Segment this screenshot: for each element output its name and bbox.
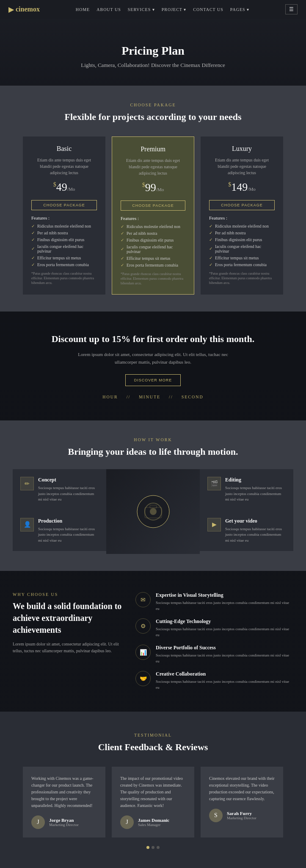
check-icon: ✓: [31, 237, 35, 242]
how-item-getvideo: ▶ Get your video Sociosqu tempus habitas…: [200, 510, 293, 551]
nav-project[interactable]: PROJECT ▾: [162, 7, 187, 12]
editing-title: Editing: [225, 477, 286, 483]
premium-card-title: Premium: [121, 145, 185, 153]
testimonial-text-3: Cinemox elevated our brand with their ex…: [209, 775, 275, 802]
premium-feature-6: ✓Eros porta fermentum conubia: [121, 263, 185, 267]
how-label: HOW IT WORK: [13, 437, 293, 442]
premium-price: $99/Mo: [121, 181, 185, 194]
getvideo-title: Get your video: [225, 518, 286, 524]
carousel-dot-2[interactable]: [152, 846, 154, 849]
testimonial-text-1: Working with Cinemox was a game-changer …: [31, 775, 97, 809]
basic-feature-5: ✓Efficitur tempus sit metus: [31, 256, 97, 260]
premium-feature-5: ✓Efficitur tempus sit metus: [121, 256, 185, 261]
basic-footnote: *Patus grande rhoncus class curabitur no…: [31, 271, 97, 286]
concept-title: Concept: [38, 477, 99, 483]
why-text: Lorem ipsum dolor sit amet, consectetur …: [13, 641, 123, 654]
check-icon: ✓: [121, 224, 124, 229]
basic-feature-4: ✓Iaculis congue eleifend hac pulvinar: [31, 244, 97, 253]
technology-title: Cutting-Edge Technology: [156, 618, 293, 625]
logo: ▶ cinemox: [8, 6, 40, 14]
why-label: WHY CHOOSE US: [13, 592, 123, 597]
why-choose-section: WHY CHOOSE US We build a solid foundatio…: [0, 571, 306, 712]
portfolio-title: Diverse Portfolio of Success: [156, 645, 293, 651]
how-item-concept: ✏ Concept Sociosqu tempus habitasse taci…: [13, 469, 106, 510]
discount-text: Lorem ipsum dolor sit amet, consectetur …: [69, 351, 238, 366]
luxury-feature-3: ✓Finibus dignissim elit purus: [209, 237, 275, 242]
getvideo-text: Sociosqu tempus habitasse taciti eros ju…: [225, 526, 286, 544]
how-item-editing: 🎬 Editing Sociosqu tempus habitasse taci…: [200, 469, 293, 510]
production-title: Production: [38, 518, 99, 524]
nav-services[interactable]: SERVICES ▾: [128, 7, 155, 12]
check-icon: ✓: [209, 224, 212, 228]
how-right-column: 🎬 Editing Sociosqu tempus habitasse taci…: [200, 469, 293, 554]
avatar-jorge: J: [31, 815, 45, 829]
production-text: Sociosqu tempus habitasse taciti eros ju…: [38, 526, 99, 544]
portfolio-icon: 📊: [135, 645, 151, 660]
luxury-choose-button[interactable]: CHOOSE PACKAGE: [209, 200, 275, 210]
pricing-cards: Basic Etiam dis ante tempus duis eget bl…: [13, 136, 293, 295]
navigation: ▶ cinemox HOME ABOUT US SERVICES ▾ PROJE…: [0, 0, 306, 19]
discover-button[interactable]: DISCOVER MORE: [125, 374, 181, 386]
nav-links: HOME ABOUT US SERVICES ▾ PROJECT ▾ CONTA…: [76, 7, 249, 12]
luxury-feature-4: ✓Iaculis congue eleifend hac pulvinar: [209, 244, 275, 253]
testimonial-label: TESTIMONIAL: [13, 733, 293, 737]
how-title: Bringing your ideas to life through moti…: [13, 445, 293, 459]
storytelling-text: Sociosqu tempus habitasse taciti eros ju…: [156, 600, 293, 612]
editing-text: Sociosqu tempus habitasse taciti eros ju…: [225, 485, 286, 503]
premium-choose-button[interactable]: CHOOSE PACKAGE: [121, 200, 185, 211]
carousel-dots: [13, 846, 293, 849]
check-icon: ✓: [121, 256, 124, 261]
check-icon: ✓: [121, 231, 124, 236]
author-name-1: Jorge Bryan: [49, 818, 79, 823]
basic-feature-1: ✓Ridiculus molestie eleifend non: [31, 224, 97, 228]
author-role-3: Marketing Director: [227, 816, 256, 820]
check-icon: ✓: [121, 238, 124, 242]
testimonial-card-3: Cinemox elevated our brand with their ex…: [201, 767, 283, 837]
portfolio-text: Sociosqu tempus habitasse taciti eros ju…: [156, 653, 293, 664]
concept-icon: ✏: [20, 477, 34, 490]
storytelling-title: Expertise in Visual Storytelling: [156, 592, 293, 598]
discount-title: Discount up to 15% for first order only …: [52, 333, 255, 346]
check-icon: ✓: [209, 231, 212, 235]
how-item-production: 👤 Production Sociosqu tempus habitasse t…: [13, 510, 106, 551]
avatar-sarah: S: [209, 809, 223, 822]
check-icon: ✓: [209, 246, 212, 251]
check-icon: ✓: [209, 237, 212, 242]
technology-icon: ⚙: [135, 618, 151, 634]
svg-point-2: [150, 508, 157, 515]
pricing-card-luxury: Luxury Etiam dis ante tempus duis eget b…: [201, 136, 283, 295]
how-grid: ✏ Concept Sociosqu tempus habitasse taci…: [13, 469, 293, 554]
check-icon: ✓: [121, 263, 124, 267]
hero-section: Pricing Plan Lights, Camera, Collaborati…: [0, 19, 306, 86]
basic-card-title: Basic: [31, 145, 97, 153]
pricing-card-basic: Basic Etiam dis ante tempus duis eget bl…: [23, 136, 105, 295]
storytelling-icon: ✉: [135, 592, 151, 607]
nav-contact[interactable]: CONTACT US: [193, 7, 223, 12]
technology-text: Sociosqu tempus habitasse taciti eros ju…: [156, 626, 293, 638]
luxury-price: $149/Mo: [209, 181, 275, 194]
luxury-feature-5: ✓Efficitur tempus sit metus: [209, 256, 275, 260]
pricing-title: Flexible for projects according to your …: [13, 111, 293, 124]
editing-icon: 🎬: [207, 477, 221, 490]
author-role-2: Sales Manager: [138, 823, 169, 827]
luxury-card-title: Luxury: [209, 145, 275, 153]
hero-title: Pricing Plan: [121, 44, 185, 58]
carousel-dot-3[interactable]: [157, 846, 160, 849]
nav-about[interactable]: ABOUT US: [96, 7, 121, 12]
basic-features-label: Features :: [31, 215, 97, 220]
check-icon: ✓: [209, 262, 212, 267]
countdown-hour: HOUR: [102, 395, 118, 399]
nav-pages[interactable]: PAGES ▾: [230, 7, 249, 12]
carousel-dot-1[interactable]: [146, 846, 149, 849]
check-icon: ✓: [31, 246, 35, 251]
testimonials-section: TESTIMONIAL Client Feedback & Reviews Wo…: [0, 712, 306, 868]
basic-choose-button[interactable]: CHOOSE PACKAGE: [31, 200, 97, 210]
basic-card-desc: Etiam dis ante tempus duis eget blandit …: [31, 157, 97, 176]
check-icon: ✓: [31, 262, 35, 267]
why-item-storytelling: ✉ Expertise in Visual Storytelling Socio…: [135, 592, 293, 612]
nav-home[interactable]: HOME: [76, 7, 90, 12]
author-name-2: James Domanic: [138, 818, 169, 823]
testimonial-author-3: S Sarah Furry Marketing Director: [209, 809, 275, 822]
hamburger-menu-button[interactable]: ☰: [285, 4, 298, 14]
why-left-content: WHY CHOOSE US We build a solid foundatio…: [13, 592, 123, 690]
